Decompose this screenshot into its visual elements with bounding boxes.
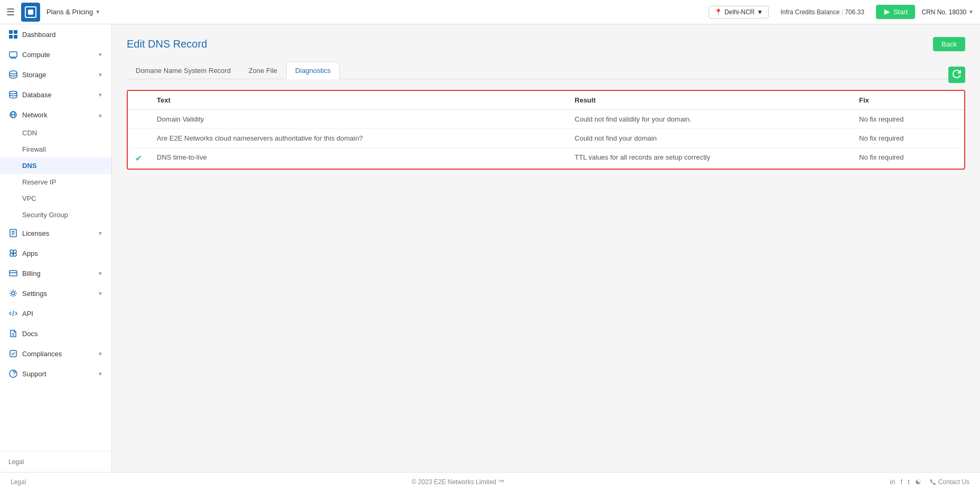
api-icon bbox=[8, 309, 18, 318]
sidebar-item-settings[interactable]: Settings ▼ bbox=[0, 283, 111, 303]
crn-arrow-icon: ▼ bbox=[968, 9, 974, 15]
svg-point-23 bbox=[12, 292, 15, 295]
support-icon bbox=[8, 369, 18, 378]
logo bbox=[21, 3, 40, 22]
sidebar-item-licenses[interactable]: Licenses ▼ bbox=[0, 223, 111, 243]
tab-zone-file[interactable]: Zone File bbox=[240, 62, 286, 79]
storage-icon bbox=[8, 70, 18, 79]
credits-balance: Infra Credits Balance : 706.33 bbox=[775, 8, 870, 16]
network-expand-icon: ▲ bbox=[98, 112, 103, 118]
sidebar-item-docs[interactable]: Docs bbox=[0, 323, 111, 344]
dashboard-icon bbox=[8, 30, 18, 39]
sidebar-sub-item-dns[interactable]: DNS bbox=[0, 158, 111, 174]
footer-copyright: © 2023 E2E Networks Limited ™ bbox=[412, 478, 505, 486]
plans-pricing-menu[interactable]: Plans & Pricing ▼ bbox=[46, 8, 100, 16]
row-text-0: Domain Validity bbox=[149, 110, 567, 129]
sidebar-footer-legal[interactable]: Legal bbox=[8, 458, 24, 466]
row-text-2: DNS time-to-live bbox=[149, 148, 567, 169]
svg-point-19 bbox=[10, 253, 13, 256]
facebook-icon[interactable]: f bbox=[900, 478, 902, 486]
footer-legal[interactable]: Legal bbox=[11, 478, 26, 486]
sidebar-sub-item-security-group[interactable]: Security Group bbox=[0, 207, 111, 223]
database-expand-icon: ▼ bbox=[98, 92, 103, 98]
table-row: Domain Validity Could not find validity … bbox=[128, 110, 964, 129]
svg-line-24 bbox=[13, 311, 14, 316]
svg-rect-2 bbox=[9, 35, 13, 39]
svg-point-9 bbox=[10, 91, 17, 94]
sidebar-item-compute[interactable]: Compute ▼ bbox=[0, 44, 111, 64]
phone-icon bbox=[930, 479, 936, 485]
sidebar-item-api[interactable]: API bbox=[0, 303, 111, 323]
rss-icon[interactable]: ☯ bbox=[915, 478, 921, 486]
main-content: Edit DNS Record Back Domane Name System … bbox=[112, 24, 980, 472]
row-text-1: Are E2E Networks cloud nameservers autho… bbox=[149, 129, 567, 148]
location-arrow-icon: ▼ bbox=[757, 8, 763, 16]
svg-rect-0 bbox=[9, 30, 13, 34]
support-expand-icon: ▼ bbox=[98, 371, 103, 377]
start-button[interactable]: Start bbox=[876, 5, 915, 19]
sidebar-item-billing[interactable]: Billing ▼ bbox=[0, 263, 111, 283]
location-selector[interactable]: 📍 Delhi-NCR ▼ bbox=[709, 6, 769, 18]
tab-diagnostics[interactable]: Diagnostics bbox=[286, 62, 340, 79]
svg-point-28 bbox=[10, 370, 17, 377]
refresh-button[interactable] bbox=[948, 67, 965, 83]
twitter-icon[interactable]: t bbox=[908, 478, 910, 486]
sidebar-item-dashboard[interactable]: Dashboard bbox=[0, 24, 111, 44]
contact-us-button[interactable]: Contact Us bbox=[930, 478, 969, 486]
row-fix-1: No fix required bbox=[852, 129, 964, 148]
row-fix-2: No fix required bbox=[852, 148, 964, 169]
diagnostics-container: Text Result Fix Domain Validity Could no… bbox=[127, 90, 965, 170]
sidebar-item-storage[interactable]: Storage ▼ bbox=[0, 64, 111, 85]
check-icon: ✔ bbox=[135, 154, 142, 163]
page-footer: Legal © 2023 E2E Networks Limited ™ in f… bbox=[0, 472, 980, 491]
col-header-text: Text bbox=[149, 91, 567, 110]
start-icon bbox=[883, 8, 891, 16]
svg-rect-21 bbox=[10, 271, 17, 276]
diagnostics-table: Text Result Fix Domain Validity Could no… bbox=[128, 91, 964, 169]
page-header: Edit DNS Record Back bbox=[127, 37, 965, 51]
row-result-0: Could not find validity for your domain. bbox=[567, 110, 852, 129]
plans-pricing-label: Plans & Pricing bbox=[46, 8, 93, 16]
plans-pricing-arrow: ▼ bbox=[95, 9, 100, 15]
row-result-1: Could not find your domain bbox=[567, 129, 852, 148]
sidebar-item-apps[interactable]: Apps bbox=[0, 243, 111, 263]
sidebar-sub-item-vpc[interactable]: VPC bbox=[0, 190, 111, 207]
sidebar-item-compliances[interactable]: Compliances ▼ bbox=[0, 344, 111, 364]
sidebar-sub-item-cdn[interactable]: CDN bbox=[0, 125, 111, 141]
back-button[interactable]: Back bbox=[933, 37, 965, 51]
hamburger-menu[interactable]: ☰ bbox=[6, 6, 15, 18]
contact-us-label: Contact Us bbox=[938, 478, 969, 486]
logo-inner bbox=[25, 6, 36, 18]
svg-rect-3 bbox=[14, 35, 17, 39]
svg-rect-1 bbox=[14, 30, 17, 34]
licenses-icon bbox=[8, 228, 18, 238]
top-navigation: ☰ Plans & Pricing ▼ 📍 Delhi-NCR ▼ Infra … bbox=[0, 0, 980, 24]
sidebar: Dashboard Compute ▼ Storage ▼ Database ▼ bbox=[0, 24, 112, 472]
network-icon bbox=[8, 110, 18, 119]
storage-expand-icon: ▼ bbox=[98, 72, 103, 78]
settings-icon bbox=[8, 289, 18, 298]
sidebar-item-support[interactable]: Support ▼ bbox=[0, 364, 111, 384]
linkedin-icon[interactable]: in bbox=[890, 478, 895, 486]
svg-rect-4 bbox=[10, 52, 17, 57]
footer-social: in f t ☯ bbox=[890, 478, 921, 486]
settings-expand-icon: ▼ bbox=[98, 291, 103, 297]
tab-domain-name-system[interactable]: Domane Name System Record bbox=[127, 62, 240, 79]
row-status-2: ✔ bbox=[128, 148, 149, 169]
diagnostics-table-wrapper: Text Result Fix Domain Validity Could no… bbox=[127, 90, 965, 170]
sidebar-item-database[interactable]: Database ▼ bbox=[0, 85, 111, 105]
row-status-0 bbox=[128, 110, 149, 129]
crn-selector[interactable]: CRN No. 18030 ▼ bbox=[921, 8, 974, 16]
billing-icon bbox=[8, 268, 18, 278]
page-title: Edit DNS Record bbox=[127, 38, 207, 50]
svg-point-20 bbox=[13, 253, 16, 256]
col-header-status bbox=[128, 91, 149, 110]
sidebar-sub-item-reserve-ip[interactable]: Reserve IP bbox=[0, 174, 111, 190]
sidebar-item-network[interactable]: Network ▲ bbox=[0, 105, 111, 125]
sidebar-sub-item-firewall[interactable]: Firewall bbox=[0, 141, 111, 158]
svg-point-18 bbox=[13, 250, 16, 253]
refresh-icon bbox=[953, 70, 961, 78]
table-row: ✔ DNS time-to-live TTL values for all re… bbox=[128, 148, 964, 169]
apps-icon bbox=[8, 248, 18, 258]
location-label: Delhi-NCR bbox=[724, 8, 755, 16]
